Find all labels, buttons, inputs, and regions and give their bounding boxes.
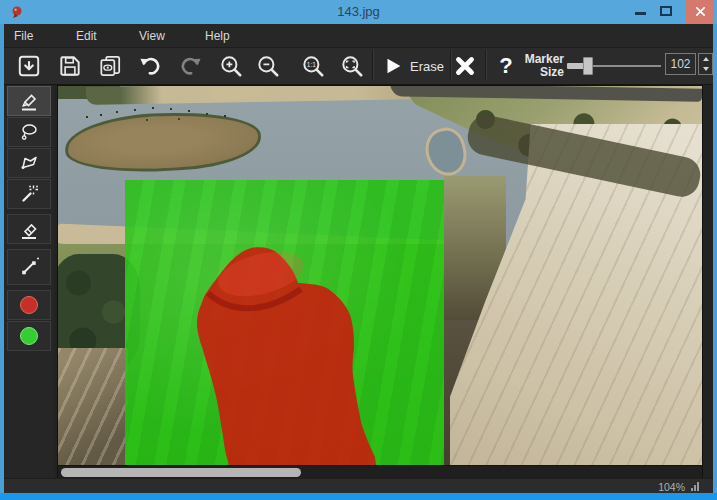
- grip-bar: [697, 482, 699, 491]
- undo-icon: [137, 53, 163, 79]
- slider-thumb[interactable]: [583, 57, 593, 75]
- maximize-icon: [660, 6, 672, 16]
- svg-text:1:1: 1:1: [307, 61, 316, 68]
- preview-button[interactable]: [93, 49, 127, 83]
- window-title: 143.jpg: [0, 4, 717, 19]
- titlebar[interactable]: 143.jpg: [0, 0, 717, 24]
- background-color-button[interactable]: [7, 321, 51, 351]
- zoom-actual-icon: 1:1: [300, 53, 326, 79]
- toolbar: 1:1 Erase ? Mar: [4, 48, 713, 85]
- zoom-out-button[interactable]: [251, 49, 285, 83]
- toolbar-separator: [485, 50, 486, 81]
- line-tool-button[interactable]: [7, 249, 51, 285]
- clear-icon: [453, 54, 477, 78]
- menu-help[interactable]: Help: [205, 29, 230, 43]
- eraser-icon: [17, 217, 41, 241]
- marker-size-label: Marker Size: [504, 53, 564, 79]
- save-icon: [57, 53, 83, 79]
- window-border-right: [713, 24, 717, 493]
- foreground-color-button[interactable]: [7, 290, 51, 320]
- zoom-fit-button[interactable]: [335, 49, 369, 83]
- polygon-lasso-tool-button[interactable]: [7, 148, 51, 178]
- line-icon: [17, 255, 41, 279]
- eraser-tool-button[interactable]: [7, 214, 51, 244]
- polygon-lasso-icon: [17, 151, 41, 175]
- lasso-tool-button[interactable]: [7, 117, 51, 147]
- arrow-up-icon: [703, 57, 709, 61]
- zoom-out-icon: [255, 53, 281, 79]
- maximize-button[interactable]: [657, 3, 675, 19]
- magic-wand-tool-button[interactable]: [7, 179, 51, 209]
- menu-file[interactable]: File: [14, 29, 33, 43]
- statusbar: 104%: [4, 478, 713, 493]
- marker-size-input[interactable]: [665, 53, 696, 75]
- menu-edit[interactable]: Edit: [76, 29, 97, 43]
- lasso-icon: [17, 120, 41, 144]
- grip-bar: [691, 488, 693, 491]
- zoom-fit-icon: [339, 53, 365, 79]
- redo-button[interactable]: [174, 49, 208, 83]
- marker-size-spinner: [698, 53, 713, 75]
- menu-view[interactable]: View: [139, 29, 165, 43]
- undo-button[interactable]: [133, 49, 167, 83]
- photo-island: [64, 108, 263, 176]
- save-button[interactable]: [53, 49, 87, 83]
- zoom-in-icon: [218, 53, 244, 79]
- canvas-panel: [57, 85, 703, 478]
- zoom-in-button[interactable]: [214, 49, 248, 83]
- zoom-actual-button[interactable]: 1:1: [296, 49, 330, 83]
- erase-button[interactable]: Erase: [376, 49, 448, 83]
- magic-wand-icon: [17, 182, 41, 206]
- arrow-down-icon: [703, 67, 709, 71]
- app-window: 143.jpg File Edit View Help: [0, 0, 717, 500]
- marker-tool-button[interactable]: [7, 86, 51, 116]
- spinner-down-button[interactable]: [699, 64, 712, 74]
- erase-label: Erase: [410, 59, 444, 74]
- workspace: [4, 85, 713, 478]
- open-icon: [16, 53, 42, 79]
- close-icon: [695, 6, 706, 17]
- menubar: File Edit View Help: [4, 24, 713, 48]
- red-swatch-icon: [17, 293, 41, 317]
- minimize-button[interactable]: [632, 3, 650, 19]
- tool-sidebar: [4, 85, 54, 478]
- open-button[interactable]: [12, 49, 46, 83]
- marker-size-slider[interactable]: [567, 54, 661, 78]
- toolbar-separator: [372, 50, 373, 81]
- minimize-icon: [635, 12, 646, 15]
- horizontal-scrollbar[interactable]: [58, 465, 702, 478]
- marker-size-label-line2: Size: [504, 66, 564, 79]
- resize-grip[interactable]: [691, 480, 705, 491]
- erase-play-icon: [382, 55, 404, 77]
- photo-rocks-texture: [58, 348, 128, 465]
- redo-icon: [178, 53, 204, 79]
- zoom-level: 104%: [658, 481, 685, 493]
- canvas-image[interactable]: [58, 86, 702, 465]
- spinner-up-button[interactable]: [699, 54, 712, 64]
- clear-button[interactable]: [448, 49, 482, 83]
- scrollbar-thumb[interactable]: [61, 468, 301, 477]
- green-swatch-icon: [17, 324, 41, 348]
- preview-icon: [97, 53, 123, 79]
- marker-icon: [17, 89, 41, 113]
- photo-island-specks: [86, 116, 88, 118]
- grip-bar: [694, 485, 696, 491]
- window-border-bottom: [0, 493, 717, 500]
- green-label-overlay: [125, 180, 444, 465]
- close-button[interactable]: [686, 0, 714, 23]
